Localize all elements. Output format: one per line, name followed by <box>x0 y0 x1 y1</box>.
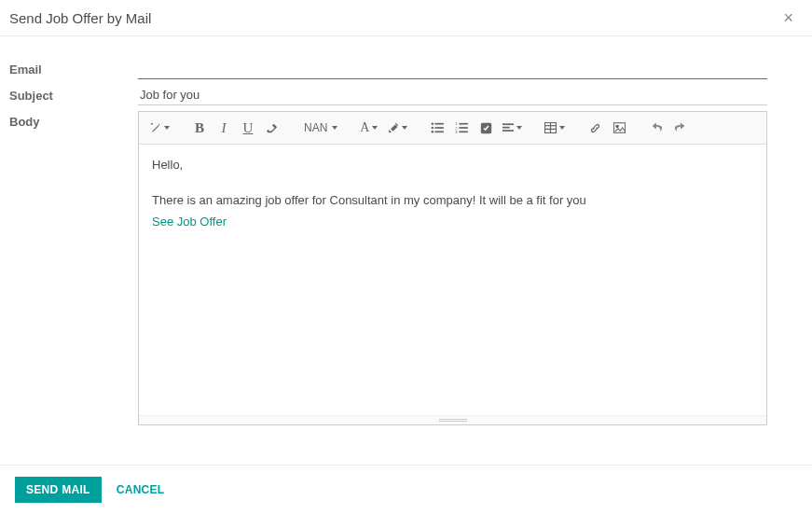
editor-content[interactable]: Hello, There is an amazing job offer for… <box>139 145 766 415</box>
list-ul-icon <box>431 122 444 133</box>
svg-rect-7 <box>460 123 468 125</box>
remove-format-button[interactable] <box>261 116 283 140</box>
modal-footer: SEND MAIL CANCEL <box>0 465 812 514</box>
editor-toolbar: B I U NAN A <box>139 112 766 145</box>
email-input[interactable] <box>138 59 767 79</box>
bold-button[interactable]: B <box>188 116 211 140</box>
redo-button[interactable] <box>669 116 692 140</box>
underline-button[interactable]: U <box>237 116 259 140</box>
svg-rect-1 <box>435 123 444 125</box>
rich-text-editor: B I U NAN A <box>138 111 767 425</box>
see-job-offer-link[interactable]: See Job Offer <box>152 215 227 229</box>
modal-header: Send Job Offer by Mail × <box>0 0 812 36</box>
close-icon: × <box>783 8 793 27</box>
check-square-icon <box>480 122 492 134</box>
svg-rect-15 <box>502 130 514 132</box>
undo-icon <box>650 122 663 134</box>
highlighter-icon <box>387 122 399 134</box>
eraser-icon <box>266 122 279 133</box>
close-button[interactable]: × <box>779 9 797 26</box>
svg-rect-3 <box>435 127 444 129</box>
body-line-1: There is an amazing job offer for Consul… <box>152 191 753 210</box>
backcolor-dropdown[interactable] <box>383 116 411 140</box>
forecolor-dropdown[interactable]: A <box>356 116 381 140</box>
italic-button[interactable]: I <box>213 116 235 140</box>
svg-rect-5 <box>435 131 444 132</box>
subject-row: Subject <box>9 85 767 105</box>
cancel-button[interactable]: CANCEL <box>113 477 169 503</box>
svg-point-4 <box>432 131 434 133</box>
table-dropdown[interactable] <box>541 116 569 140</box>
magic-icon <box>150 122 161 133</box>
ordered-list-button[interactable]: 123 <box>450 116 473 140</box>
modal-title: Send Job Offer by Mail <box>9 10 151 26</box>
body-row: Body B I U NAN <box>9 111 767 425</box>
svg-point-2 <box>432 127 434 130</box>
link-button[interactable] <box>584 116 606 140</box>
fontsize-dropdown[interactable]: NAN <box>298 116 341 140</box>
modal-body: Email Subject Body B I U <box>0 36 812 440</box>
link-icon <box>589 122 601 134</box>
send-mail-button[interactable]: SEND MAIL <box>15 477 102 503</box>
email-row: Email <box>9 59 767 79</box>
svg-point-0 <box>432 122 434 125</box>
fontsize-label: NAN <box>302 121 329 134</box>
subject-label: Subject <box>9 85 138 103</box>
svg-text:3: 3 <box>456 130 459 133</box>
grip-icon <box>439 419 467 422</box>
align-left-icon <box>502 123 514 133</box>
editor-resize-handle[interactable] <box>139 415 766 424</box>
svg-rect-11 <box>460 131 468 132</box>
checklist-button[interactable] <box>475 116 497 140</box>
undo-button[interactable] <box>645 116 667 140</box>
image-button[interactable] <box>608 116 630 140</box>
unordered-list-button[interactable] <box>426 116 448 140</box>
table-icon <box>544 122 557 133</box>
svg-point-21 <box>616 125 618 127</box>
align-dropdown[interactable] <box>499 116 526 140</box>
subject-input[interactable] <box>138 85 767 105</box>
body-greeting: Hello, <box>152 156 753 174</box>
svg-rect-13 <box>502 123 514 125</box>
redo-icon <box>674 122 687 134</box>
svg-rect-9 <box>460 127 468 129</box>
email-label: Email <box>9 59 138 76</box>
svg-rect-14 <box>502 126 510 128</box>
body-label: Body <box>9 111 138 129</box>
list-ol-icon: 123 <box>455 122 468 133</box>
style-dropdown[interactable] <box>146 116 173 140</box>
image-icon <box>613 122 626 133</box>
